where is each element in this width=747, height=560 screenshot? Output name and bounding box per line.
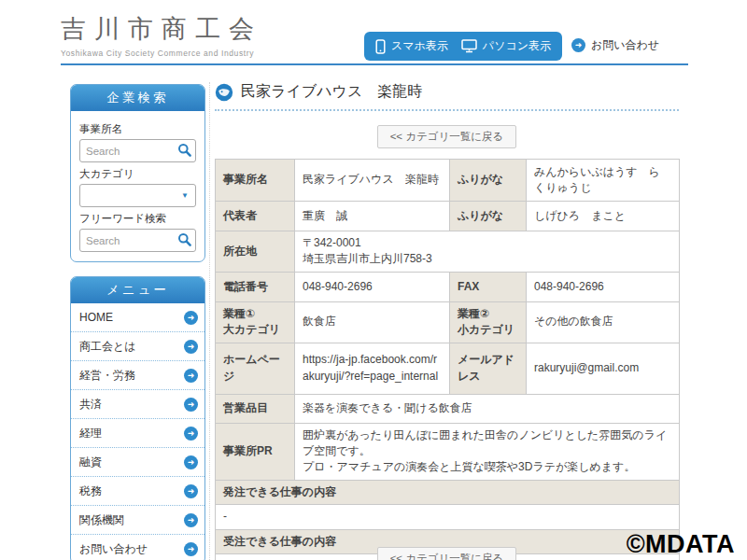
- furigana-value: みんからいぶはうす らくりゅうじ: [527, 160, 680, 202]
- industry1-label: 業種① 大カテゴリ: [216, 301, 295, 343]
- sidebar-item-management-labor[interactable]: 経営・労務 ➜: [71, 361, 204, 390]
- search-icon[interactable]: [177, 143, 192, 161]
- menu-item-label: HOME: [79, 311, 113, 324]
- office-name-label: 事業所名: [79, 122, 196, 136]
- back-to-category-list-button-bottom[interactable]: << カテゴリ一覧に戻る: [377, 547, 517, 560]
- orderable-work-value: -: [216, 505, 680, 529]
- freeword-label: フリーワード検索: [79, 212, 196, 226]
- arrow-circle-icon: ➜: [184, 340, 198, 354]
- address-label: 所在地: [216, 231, 295, 273]
- menu-item-label: 関係機関: [79, 512, 124, 528]
- header-divider: [61, 63, 688, 65]
- email-label: メールアドレス: [450, 343, 527, 394]
- office-name-value: 民家ライブハウス 楽龍時: [295, 160, 450, 202]
- table-row: ホームページ https://ja-jp.facebook.com/rakury…: [216, 343, 680, 394]
- sidebar-item-mutual-aid[interactable]: 共済 ➜: [71, 390, 204, 419]
- business-items-value: 楽器を演奏できる・聞ける飲食店: [295, 394, 680, 423]
- sidebar-item-home[interactable]: HOME ➜: [71, 303, 204, 332]
- smartphone-icon: [375, 39, 386, 54]
- menu-title: メニュー: [71, 277, 204, 303]
- industry2-value: その他の飲食店: [527, 301, 680, 343]
- search-icon[interactable]: [177, 232, 192, 251]
- menu-item-label: 商工会とは: [79, 339, 136, 355]
- table-row: 業種① 大カテゴリ 飲食店 業種② 小カテゴリ その他の飲食店: [216, 301, 680, 343]
- category-label: 大カテゴリ: [79, 167, 196, 181]
- monitor-icon: [461, 39, 477, 53]
- email-value: rakuryuji@gmail.com: [527, 343, 680, 394]
- fax-label: FAX: [450, 272, 527, 301]
- industry2-label: 業種② 小カテゴリ: [450, 301, 527, 343]
- chevron-down-icon: ▼: [181, 191, 189, 200]
- menu-item-label: お問い合わせ: [79, 541, 148, 557]
- category-select[interactable]: ▼: [79, 184, 196, 207]
- arrow-circle-icon: ➜: [184, 455, 198, 469]
- phone-value: 048-940-2696: [295, 272, 450, 301]
- furigana-value: しげひろ まこと: [527, 202, 680, 231]
- page-title: 民家ライブハウス 楽龍時: [241, 82, 422, 102]
- table-row: 事業所PR 囲炉裏があったり田んぼに囲まれた田舎のノンビリとした雰囲気のライブ空…: [216, 423, 680, 480]
- sidebar-item-tax[interactable]: 税務 ➜: [71, 477, 204, 506]
- menu-item-label: 経理: [79, 426, 102, 441]
- table-row: 代表者 重廣 誠 ふりがな しげひろ まこと: [216, 202, 680, 231]
- header-contact-link[interactable]: ➜ お問い合わせ: [571, 37, 659, 53]
- representative-label: 代表者: [216, 202, 295, 231]
- fax-value: 048-940-2696: [527, 272, 680, 301]
- sidebar-item-financing[interactable]: 融資 ➜: [71, 448, 204, 477]
- page-title-row: 民家ライブハウス 楽龍時: [215, 82, 679, 111]
- page-title-icon: [215, 83, 233, 102]
- menu-item-label: 経営・労務: [79, 368, 135, 384]
- header-contact-label: お問い合わせ: [591, 37, 659, 53]
- business-detail-table: 事業所名 民家ライブハウス 楽龍時 ふりがな みんからいぶはうす らくりゅうじ …: [215, 159, 680, 560]
- arrow-circle-icon: ➜: [184, 369, 198, 383]
- menu-list: HOME ➜ 商工会とは ➜ 経営・労務 ➜ 共済 ➜ 経理 ➜ 融資 ➜ 税務…: [71, 303, 204, 560]
- site-logo[interactable]: 吉川市商工会 Yoshikawa City Society Commerce a…: [61, 12, 262, 58]
- sidebar: 企業検索 事業所名 大カテゴリ ▼ フリーワード検索 メニュー: [70, 84, 205, 560]
- arrow-circle-icon: ➜: [184, 484, 198, 498]
- view-toggle-group: スマホ表示 パソコン表示: [364, 32, 562, 61]
- homepage-label: ホームページ: [216, 343, 295, 394]
- industry1-value: 飲食店: [295, 301, 450, 343]
- business-items-label: 営業品目: [216, 394, 295, 423]
- table-row: 営業品目 楽器を演奏できる・聞ける飲食店: [216, 394, 680, 423]
- menu-item-label: 共済: [79, 397, 102, 413]
- back-to-category-list-button[interactable]: << カテゴリ一覧に戻る: [377, 125, 517, 148]
- office-name-label: 事業所名: [216, 160, 295, 202]
- sidebar-item-related-organizations[interactable]: 関係機関 ➜: [71, 506, 204, 535]
- pr-label: 事業所PR: [216, 423, 295, 480]
- table-row: 所在地 〒342-0001 埼玉県吉川市上内川758-3: [216, 231, 680, 273]
- menu-item-label: 融資: [79, 455, 102, 470]
- pc-view-label: パソコン表示: [483, 38, 551, 54]
- smartphone-view-label: スマホ表示: [391, 38, 448, 54]
- arrow-circle-icon: ➜: [184, 398, 198, 412]
- address-value: 〒342-0001 埼玉県吉川市上内川758-3: [295, 231, 680, 273]
- representative-value: 重廣 誠: [295, 202, 450, 231]
- homepage-link[interactable]: https://ja-jp.facebook.com/rakuryuji/?re…: [295, 343, 450, 394]
- furigana-label: ふりがな: [450, 160, 527, 202]
- sidebar-item-accounting[interactable]: 経理 ➜: [71, 419, 204, 448]
- smartphone-view-button[interactable]: スマホ表示: [375, 38, 448, 54]
- table-row: 電話番号 048-940-2696 FAX 048-940-2696: [216, 272, 680, 301]
- company-search-title: 企業検索: [71, 85, 204, 111]
- pc-view-button[interactable]: パソコン表示: [461, 38, 551, 54]
- menu-widget: メニュー HOME ➜ 商工会とは ➜ 経営・労務 ➜ 共済 ➜ 経理 ➜ 融資…: [70, 276, 205, 560]
- phone-label: 電話番号: [216, 272, 295, 301]
- orderable-work-header: 発注できる仕事の内容: [216, 480, 680, 504]
- column-divider: [209, 82, 210, 560]
- pr-value: 囲炉裏があったり田んぼに囲まれた田舎のノンビリとした雰囲気のライブ空間です。 プ…: [295, 423, 680, 480]
- arrow-circle-icon: ➜: [184, 311, 198, 325]
- table-row: 発注できる仕事の内容: [216, 480, 680, 504]
- mdata-watermark: ©MDATA: [627, 530, 735, 559]
- site-title: 吉川市商工会: [61, 12, 262, 46]
- sidebar-item-about[interactable]: 商工会とは ➜: [71, 332, 204, 361]
- table-row: 事業所名 民家ライブハウス 楽龍時 ふりがな みんからいぶはうす らくりゅうじ: [216, 160, 680, 202]
- main-content: 民家ライブハウス 楽龍時 << カテゴリ一覧に戻る 事業所名 民家ライブハウス …: [215, 82, 679, 560]
- arrow-circle-icon: ➜: [571, 38, 585, 52]
- arrow-circle-icon: ➜: [184, 513, 198, 527]
- menu-item-label: 税務: [79, 483, 102, 499]
- sidebar-item-contact[interactable]: お問い合わせ ➜: [71, 535, 204, 560]
- arrow-circle-icon: ➜: [184, 542, 198, 556]
- site-subtitle: Yoshikawa City Society Commerce and Indu…: [61, 49, 262, 58]
- furigana-label: ふりがな: [450, 202, 527, 231]
- table-row: -: [216, 505, 680, 529]
- company-search-widget: 企業検索 事業所名 大カテゴリ ▼ フリーワード検索: [70, 84, 205, 262]
